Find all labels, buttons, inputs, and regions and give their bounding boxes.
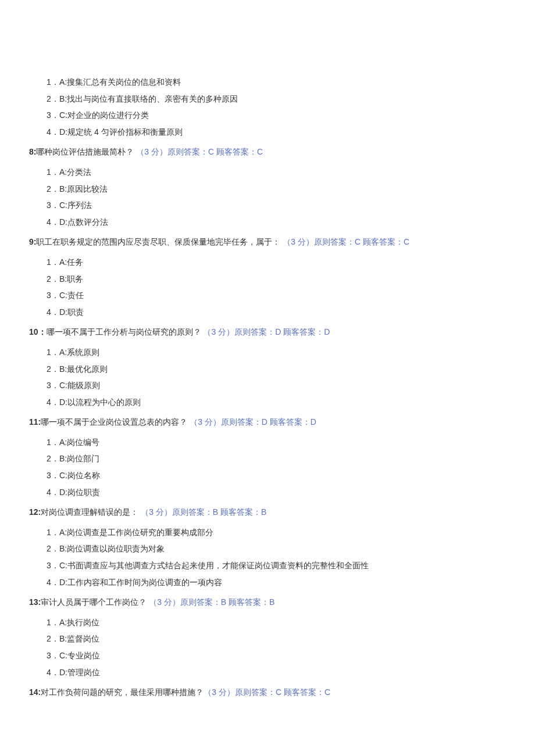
question-number: 10： (29, 327, 47, 336)
question-number: 14: (29, 687, 41, 697)
option-text: 责任 (67, 291, 84, 300)
list-item: 1．A:任务 (47, 255, 506, 270)
option-text: 管理岗位 (67, 668, 100, 677)
question-block: 12:对岗位调查理解错误的是： （3 分）原则答案：B 顾客答案：B1．A:岗位… (29, 504, 506, 590)
option-number: 2． (47, 631, 59, 647)
option-number: 4． (47, 214, 59, 230)
question-line: 9:职工在职务规定的范围内应尽责尽职、保质保量地完毕任务，属于： （3 分）原则… (29, 234, 506, 250)
option-number: 2． (47, 541, 59, 557)
list-item: 2．B:监督岗位 (47, 631, 506, 647)
option-label: A: (59, 347, 67, 357)
option-number: 4． (47, 395, 59, 410)
list-item: 4．D:以流程为中心的原则 (47, 395, 506, 410)
correct-answer: 原则答案：B (172, 507, 220, 517)
option-label: C: (59, 651, 67, 660)
list-item: 2．B:最优化原则 (47, 361, 506, 377)
option-label: C: (59, 291, 67, 300)
option-list: 1．A:搜集汇总有关岗位的信息和资料 2．B:找出与岗位有直接联络的、亲密有关的… (29, 74, 506, 139)
list-item: 2．B:职务 (47, 271, 506, 287)
option-text: 对企业的岗位进行分类 (67, 110, 149, 120)
option-text: 以流程为中心的原则 (67, 397, 141, 407)
option-label: D: (59, 488, 67, 497)
question-number: 9: (29, 237, 36, 246)
option-number: 1． (47, 525, 59, 540)
correct-answer: 原则答案：B (180, 597, 229, 607)
option-text: 原因比较法 (67, 184, 108, 194)
question-number: 11: (29, 417, 41, 427)
option-label: A: (59, 528, 67, 537)
user-answer: 顾客答案：B (229, 597, 274, 607)
option-list: 1．A:岗位编号2．B:岗位部门3．C:岗位名称4．D:岗位职责 (29, 435, 506, 500)
question-score: （3 分） (149, 597, 180, 607)
option-label: C: (59, 110, 67, 120)
option-number: 3． (47, 288, 59, 303)
list-item: 1．A:岗位编号 (47, 435, 506, 450)
question-block: 8:哪种岗位评估措施最简朴？ （3 分）原则答案：C 顾客答案：C1．A:分类法… (29, 144, 506, 230)
question-score: （3 分） (283, 237, 314, 246)
list-item: 2．B:原因比较法 (47, 181, 506, 197)
question-text: 对岗位调查理解错误的是： (41, 507, 141, 517)
question-block: 9:职工在职务规定的范围内应尽责尽职、保质保量地完毕任务，属于： （3 分）原则… (29, 234, 506, 320)
question-score: （3 分） (204, 687, 235, 697)
option-label: B: (59, 634, 67, 643)
option-text: 点数评分法 (67, 217, 108, 227)
question-score: （3 分） (190, 417, 221, 427)
question-line: 11:哪一项不属于企业岗位设置总表的内容？ （3 分）原则答案：D 顾客答案：D (29, 414, 506, 430)
user-answer: 顾客答案：C (216, 147, 263, 156)
option-label: B: (59, 454, 67, 463)
option-text: 找出与岗位有直接联络的、亲密有关的多种原因 (67, 94, 238, 103)
option-number: 2． (47, 181, 59, 197)
question-text: 对工作负荷问题的研究，最佳采用哪种措施？ (41, 687, 204, 697)
question-line: 13:审计人员属于哪个工作岗位？ （3 分）原则答案：B 顾客答案：B (29, 594, 506, 610)
question-line: 8:哪种岗位评估措施最简朴？ （3 分）原则答案：C 顾客答案：C (29, 144, 506, 160)
option-label: B: (59, 94, 67, 103)
list-item: 3．C:专业岗位 (47, 648, 506, 664)
option-label: D: (59, 578, 67, 587)
option-label: B: (59, 544, 67, 553)
question-number: 12: (29, 507, 41, 517)
question-line: 12:对岗位调查理解错误的是： （3 分）原则答案：B 顾客答案：B (29, 504, 506, 520)
option-list: 1．A:系统原则2．B:最优化原则3．C:能级原则4．D:以流程为中心的原则 (29, 345, 506, 410)
question-line: 14:对工作负荷问题的研究，最佳采用哪种措施？（3 分）原则答案：C 顾客答案：… (29, 685, 506, 700)
option-label: D: (59, 127, 67, 137)
option-text: 岗位编号 (67, 438, 99, 447)
question-text: 哪一项不属于工作分析与岗位研究的原则？ (47, 327, 204, 336)
list-item: 1．A:岗位调查是工作岗位研究的重要构成部分 (47, 525, 506, 540)
option-text: 系统原则 (67, 347, 99, 357)
option-label: A: (59, 257, 67, 267)
question-text: 职工在职务规定的范围内应尽责尽职、保质保量地完毕任务，属于： (36, 237, 283, 246)
option-label: B: (59, 184, 67, 194)
option-number: 3． (47, 108, 59, 123)
correct-answer: 原则答案：C (314, 237, 363, 246)
list-item: 1．A:搜集汇总有关岗位的信息和资料 (47, 74, 506, 90)
option-number: 2． (47, 271, 59, 287)
question-text: 哪种岗位评估措施最简朴？ (36, 147, 136, 156)
question-block: 14:对工作负荷问题的研究，最佳采用哪种措施？（3 分）原则答案：C 顾客答案：… (29, 685, 506, 700)
correct-answer: 原则答案：D (234, 327, 283, 336)
question-score: （3 分） (203, 327, 234, 336)
correct-answer: 原则答案：C (235, 687, 284, 697)
list-item: 3．C:责任 (47, 288, 506, 303)
option-label: A: (59, 167, 67, 177)
user-answer: 顾客答案：D (270, 417, 316, 427)
list-item: 2．B:找出与岗位有直接联络的、亲密有关的多种原因 (47, 91, 506, 107)
option-list: 1．A:任务2．B:职务3．C:责任4．D:职责 (29, 255, 506, 320)
list-item: 3．C:能级原则 (47, 378, 506, 393)
option-text: 岗位调查以岗位职责为对象 (67, 544, 165, 553)
option-number: 1． (47, 164, 59, 180)
option-text: 搜集汇总有关岗位的信息和资料 (67, 77, 181, 87)
list-item: 4．D:职责 (47, 304, 506, 320)
list-item: 1．A:系统原则 (47, 345, 506, 360)
question-score: （3 分） (141, 507, 172, 517)
option-text: 职务 (67, 274, 83, 284)
option-number: 3． (47, 558, 59, 574)
list-item: 4．D:岗位职责 (47, 485, 506, 500)
list-item: 4．D:规定统 4 匀评价指标和衡量原则 (47, 124, 506, 140)
option-number: 1． (47, 74, 59, 90)
option-number: 3． (47, 648, 59, 664)
option-label: A: (59, 438, 67, 447)
option-label: D: (59, 397, 67, 407)
option-number: 1． (47, 255, 59, 270)
option-number: 2． (47, 451, 59, 467)
list-item: 4．D:工作内容和工作时间为岗位调查的一项内容 (47, 575, 506, 590)
